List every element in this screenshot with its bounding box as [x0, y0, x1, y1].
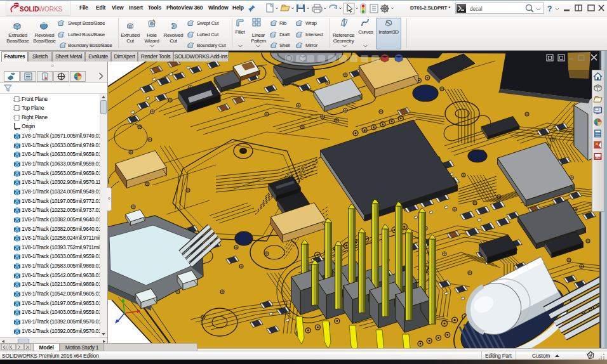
svg-text:360: 360: [595, 156, 601, 160]
svg-text:SOLID: SOLID: [20, 6, 39, 13]
svg-text:WORKS: WORKS: [39, 6, 63, 13]
svg-text:?: ?: [547, 4, 552, 13]
